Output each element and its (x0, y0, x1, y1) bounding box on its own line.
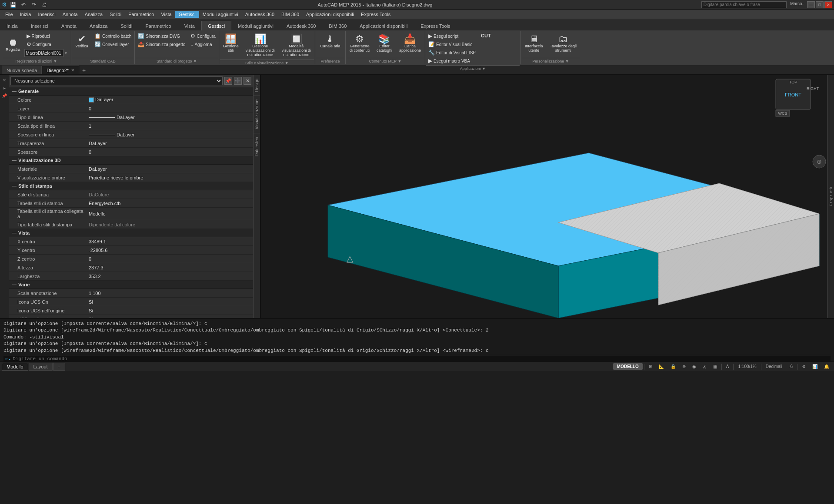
doc-tab-close[interactable]: ✕ (71, 68, 74, 73)
menu-item-express-tools[interactable]: Express Tools (357, 11, 394, 18)
menu-item-bim-360[interactable]: BIM 360 (278, 11, 303, 18)
doc-tab-disegno2[interactable]: Disegno2* ✕ (42, 66, 79, 74)
model-tab[interactable]: Modello (2, 363, 28, 371)
panel-close-icon[interactable]: ✕ (1, 76, 8, 83)
close-btn[interactable]: ✕ (824, 1, 832, 8)
editor-lisp-btn[interactable]: 🔧 Editor di Visual LISP (426, 49, 478, 56)
maximize-btn[interactable]: □ (816, 1, 824, 8)
viewport-3d[interactable]: [-][SE assonometrico][Concettuale] (261, 75, 834, 318)
ribbon-tab-express-tools[interactable]: Express Tools (414, 21, 457, 30)
selection-dropdown[interactable]: Nessuna selezione (10, 76, 223, 85)
menu-item-gestisci[interactable]: Gestisci (175, 11, 199, 18)
ribbon-tab-vista[interactable]: Vista (178, 21, 201, 30)
props-pin-btn[interactable]: 📌 (224, 77, 232, 85)
status-notif-icon[interactable]: 🔔 (821, 363, 832, 370)
modalita-btn[interactable]: 🔲 Modalitàvisualizzazioni diristrutturaz… (279, 32, 314, 59)
menu-item-file[interactable]: File (2, 11, 17, 18)
editor-vb-btn[interactable]: 📝 Editor Visual Basic (426, 40, 478, 48)
props-section-generale[interactable]: — Generale (9, 87, 253, 96)
menu-item-parametrico[interactable]: Parametrico (125, 11, 157, 18)
redo-btn[interactable]: ↷ (30, 1, 38, 9)
controllo-batch-btn[interactable]: 📋 Controllo batch (92, 32, 133, 40)
print-btn[interactable]: 🖨 (40, 1, 49, 9)
status-pattern-btn[interactable]: ▦ (710, 363, 720, 370)
status-annotation-btn[interactable]: A (723, 363, 732, 370)
interfaccia-btn[interactable]: 🖥 Interfacciautente (522, 32, 546, 55)
ribbon-tab-annota[interactable]: Annota (55, 21, 83, 30)
converti-layer-btn[interactable]: 🔄 Converti layer (92, 40, 133, 48)
verifica-btn[interactable]: ✔ Verifica (72, 32, 91, 50)
sincronizza-progetto-btn[interactable]: 📤 Sincronizza progetto (136, 40, 187, 48)
status-lock-btn[interactable]: 🔒 (667, 363, 679, 370)
ribbon-tab-applicazioni-disponibili[interactable]: Applicazioni disponibili (353, 21, 414, 30)
props-section-vista[interactable]: — Vista (9, 229, 253, 237)
menu-item-analizza[interactable]: Analizza (81, 11, 107, 18)
ribbon-tab-parametrico[interactable]: Parametrico (139, 21, 177, 30)
ribbon-tab-autodesk-360[interactable]: Autodesk 360 (280, 21, 322, 30)
props-section-visualizzazione-3d[interactable]: — Visualizzazione 3D (9, 156, 253, 165)
status-settings-icon[interactable]: ⚙ (799, 363, 809, 370)
ribbon-tab-gestisci[interactable]: Gestisci (201, 21, 231, 30)
configura-std-btn[interactable]: ⚙ Configura (188, 32, 217, 40)
quick-save-btn[interactable]: 💾 (9, 1, 17, 9)
status-polar-btn[interactable]: ◉ (689, 363, 699, 370)
vtab-visualizzazione[interactable]: Visualizzazione (254, 96, 260, 133)
editor-cataloghi-btn[interactable]: 📚 Editorcataloghi (374, 32, 395, 55)
esegui-macro-btn[interactable]: ▶ Esegui macro VBA (426, 57, 478, 65)
panel-pin-icon[interactable]: 📌 (1, 92, 8, 99)
prop-value[interactable]: DaLayer (87, 114, 253, 121)
props-section-varie[interactable]: — Varie (9, 281, 253, 289)
registra-btn[interactable]: ⏺ Registra (3, 36, 23, 54)
minimize-btn[interactable]: — (807, 1, 815, 8)
tavolozze-btn[interactable]: 🗂 Tavolozze deglistrumenti (547, 32, 580, 55)
prop-value[interactable]: DaLayer (87, 131, 253, 138)
props-add-btn[interactable]: ➕ (234, 77, 242, 85)
generatore-btn[interactable]: ⚙ Generatoredi contenuti (347, 32, 373, 55)
ribbon-tab-analizza[interactable]: Analizza (83, 21, 114, 30)
search-box[interactable]: Digitare parola chiave o frase (701, 1, 787, 8)
vtab-design[interactable]: Design (254, 75, 260, 96)
status-snap-btn[interactable]: 📐 (656, 363, 667, 370)
props-close-btn[interactable]: ✕ (244, 77, 251, 85)
canale-aria-btn[interactable]: 🌡 Canale aria (316, 32, 344, 50)
ribbon-tab-inserisci[interactable]: Inserisci (24, 21, 55, 30)
aggiorna-btn[interactable]: ↓ Aggiorna (188, 40, 217, 48)
menu-item-solidi[interactable]: Solidi (106, 11, 125, 18)
layout-tab[interactable]: Layout (29, 363, 53, 371)
carica-app-btn[interactable]: 📥 Caricaapplicazione (396, 32, 424, 55)
cut-btn[interactable]: CUT (479, 32, 493, 39)
ribbon-tab-inizia[interactable]: Inizia (0, 21, 24, 30)
new-tab[interactable]: Nuova scheda (2, 66, 42, 74)
status-ortho-btn[interactable]: ⊕ (679, 363, 689, 370)
ribbon-tab-moduli-aggiuntivi[interactable]: Moduli aggiuntivi (231, 21, 280, 30)
menu-item-vista[interactable]: Vista (157, 11, 175, 18)
macro-dropdown[interactable]: ▼ (64, 51, 68, 55)
sincronizza-dwg-btn[interactable]: 🔄 Sincronizza DWG (136, 32, 187, 40)
status-grid-btn[interactable]: ⊞ (646, 363, 655, 370)
gestione-stili-btn[interactable]: 🪟 Gestionestili (220, 32, 242, 55)
riproduci-btn[interactable]: ▶ Riproduci (24, 32, 68, 40)
menu-item-applicazioni-disponibili[interactable]: Applicazioni disponibili (303, 11, 357, 18)
command-input[interactable] (13, 356, 829, 361)
status-chart-icon[interactable]: 📊 (809, 363, 821, 370)
panel-expand-icon[interactable]: ▸ (1, 84, 8, 91)
add-tab-btn[interactable]: + (80, 66, 88, 74)
prop-value[interactable]: DaLayer (87, 96, 253, 103)
props-section-stile-di-stampa[interactable]: — Stile di stampa (9, 182, 253, 190)
undo-btn[interactable]: ↶ (19, 1, 28, 9)
add-layout-tab[interactable]: + (53, 363, 65, 371)
ribbon-tab-bim-360[interactable]: BIM 360 (322, 21, 353, 30)
status-decimals[interactable]: Decimali (763, 363, 785, 370)
vtab-dati[interactable]: Dati esteri (254, 133, 260, 160)
macro-input[interactable] (24, 49, 63, 57)
esegui-script-btn[interactable]: ▶ Esegui script (426, 32, 478, 40)
configura-btn[interactable]: ⚙ Configura (24, 40, 68, 48)
status-angle-btn[interactable]: ∡ (700, 363, 710, 370)
menu-item-autodesk-360[interactable]: Autodesk 360 (242, 11, 278, 18)
gestione-vis-btn[interactable]: 📊 Gestionevisualizzazioni diristrutturaz… (243, 32, 278, 59)
menu-item-inserisci[interactable]: Inserisci (34, 11, 59, 18)
menu-item-annota[interactable]: Annota (59, 11, 81, 18)
menu-item-moduli-aggiuntivi[interactable]: Moduli aggiuntivi (199, 11, 242, 18)
menu-item-inizia[interactable]: Inizia (17, 11, 35, 18)
ribbon-tab-solidi[interactable]: Solidi (114, 21, 139, 30)
